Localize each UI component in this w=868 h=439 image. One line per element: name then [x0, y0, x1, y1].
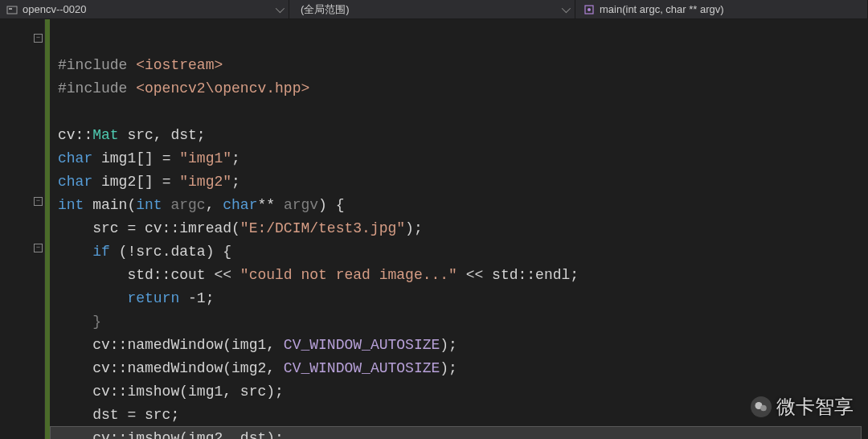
function-dropdown[interactable]: main(int argc, char ** argv) — [575, 0, 868, 18]
code-token: ); — [440, 337, 457, 353]
code-token: char — [58, 150, 92, 166]
gutter — [0, 19, 45, 439]
code-token: int — [136, 197, 162, 213]
code-token: CV_WINDOW_AUTOSIZE — [284, 360, 440, 376]
code-token: int — [58, 197, 84, 213]
code-token — [58, 244, 92, 260]
scope-label: (全局范围) — [301, 2, 350, 17]
svg-rect-1 — [9, 8, 12, 10]
code-token: "img1" — [179, 150, 231, 166]
code-token: char — [58, 174, 92, 190]
code-token: img2[] = — [92, 174, 179, 190]
function-label: main(int argc, char ** argv) — [600, 3, 724, 15]
code-token: argc — [170, 197, 205, 213]
code-token: cv:: — [58, 127, 92, 143]
watermark: 微卡智享 — [751, 394, 854, 420]
code-token: argv — [284, 197, 318, 213]
svg-point-3 — [588, 8, 591, 11]
watermark-text: 微卡智享 — [776, 394, 854, 420]
code-token: "E:/DCIM/test3.jpg" — [240, 220, 405, 236]
code-token: std::cout << — [58, 267, 240, 283]
chevron-down-icon — [276, 3, 285, 12]
code-token: <opencv2\opencv.hpp> — [136, 80, 309, 96]
code-token: #include — [58, 57, 136, 73]
code-token: ; — [231, 174, 240, 190]
svg-point-5 — [760, 405, 767, 412]
code-token: << std::endl; — [457, 267, 579, 283]
fold-toggle-icon[interactable]: − — [34, 197, 43, 206]
fold-toggle-icon[interactable]: − — [34, 244, 43, 252]
code-token: #include — [58, 80, 136, 96]
project-dropdown[interactable]: opencv--0020 — [0, 0, 289, 18]
wechat-icon — [751, 396, 772, 417]
code-token: ); — [405, 220, 423, 236]
code-token: cv::imshow(img2, dst); — [58, 430, 284, 439]
code-token: Mat — [92, 127, 118, 143]
code-token: cv::namedWindow(img2, — [58, 360, 284, 376]
code-token — [162, 197, 171, 213]
code-token: ); — [440, 360, 457, 376]
code-token: ) { — [318, 197, 344, 213]
fold-toggle-icon[interactable]: − — [34, 34, 43, 43]
function-icon — [583, 4, 595, 15]
code-token: cv::imshow(img1, src); — [58, 384, 284, 400]
code-token: "could not read image..." — [240, 267, 457, 283]
code-content[interactable]: #include <iostream> #include <opencv2\op… — [45, 19, 868, 439]
code-token: ; — [231, 150, 240, 166]
code-token: -1; — [179, 290, 214, 306]
code-token: src, dst; — [119, 127, 206, 143]
project-icon — [6, 4, 18, 15]
code-token — [58, 290, 127, 306]
code-token: main( — [84, 197, 136, 213]
code-token: cv::namedWindow(img1, — [58, 337, 284, 353]
code-token: <iostream> — [136, 57, 223, 73]
code-token: , — [206, 197, 223, 213]
chevron-down-icon — [562, 3, 571, 12]
code-token: if — [92, 244, 110, 260]
code-token: } — [58, 314, 101, 330]
navigation-bar: opencv--0020 (全局范围) main(int argc, char … — [0, 0, 868, 19]
code-token: char — [223, 197, 257, 213]
scope-dropdown[interactable]: (全局范围) — [289, 0, 575, 18]
code-token: "img2" — [179, 174, 231, 190]
code-editor[interactable]: − − − #include <iostream> #include <open… — [0, 19, 868, 439]
code-token: img1[] = — [92, 150, 179, 166]
code-token: dst = src; — [58, 407, 179, 423]
code-token: src = cv::imread( — [58, 220, 240, 236]
code-token: return — [127, 290, 179, 306]
code-token: (!src.data) { — [110, 244, 231, 260]
project-label: opencv--0020 — [23, 3, 87, 15]
code-token: ** — [257, 197, 283, 213]
code-token: CV_WINDOW_AUTOSIZE — [284, 337, 440, 353]
svg-rect-0 — [7, 6, 17, 14]
